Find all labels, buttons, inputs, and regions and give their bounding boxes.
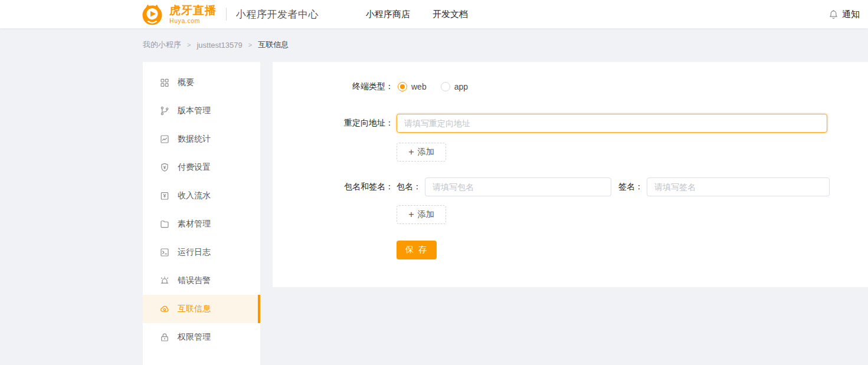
grid-icon — [159, 77, 170, 88]
package-name-input[interactable] — [425, 177, 611, 196]
income-icon — [159, 190, 170, 201]
sidebar-item-assets[interactable]: 素材管理 — [143, 210, 260, 238]
sidebar-item-label: 素材管理 — [178, 219, 211, 229]
terminal-type-radio-group: webapp — [398, 82, 468, 91]
terminal-type-label: 终端类型： — [273, 81, 394, 92]
breadcrumb: 我的小程序>justtest13579>互联信息 — [143, 36, 289, 54]
radio-unselected-icon — [441, 82, 450, 91]
sidebar-item-logs[interactable]: 运行日志 — [143, 238, 260, 267]
header-divider — [226, 8, 227, 21]
chart-icon — [159, 134, 170, 144]
lock-icon — [159, 332, 170, 343]
plus-icon: + — [408, 147, 414, 157]
page: 虎牙直播 Huya.com 小程序开发者中心 小程序商店开发文档 通知 我的小程… — [0, 0, 868, 365]
notice-label: 通知 — [842, 9, 860, 20]
alarm-icon — [159, 275, 170, 286]
redirect-label: 重定向地址： — [273, 118, 394, 129]
brand-title: 虎牙直播 — [169, 5, 217, 16]
radio-label: web — [411, 82, 427, 91]
terminal-type-row: 终端类型： webapp — [273, 79, 868, 94]
sidebar-item-income[interactable]: 收入流水 — [143, 182, 260, 210]
folder-icon — [159, 219, 170, 229]
sidebar-item-label: 运行日志 — [178, 247, 211, 258]
sidebar-item-stats[interactable]: 数据统计 — [143, 125, 260, 153]
breadcrumb-separator: > — [187, 41, 191, 48]
top-header: 虎牙直播 Huya.com 小程序开发者中心 小程序商店开发文档 通知 — [0, 0, 868, 28]
huya-tiger-icon — [140, 2, 165, 26]
terminal-radio-app[interactable]: app — [441, 82, 468, 91]
content-panel: 终端类型： webapp 重定向地址： + 添加 包名和签名： 包名： 签名： … — [273, 62, 868, 287]
radio-selected-icon — [398, 82, 407, 91]
brand-subtitle: Huya.com — [169, 18, 217, 24]
add-redirect-button[interactable]: + 添加 — [397, 143, 446, 162]
sidebar-item-payment[interactable]: 付费设置 — [143, 153, 260, 182]
sidebar-item-label: 收入流水 — [178, 190, 211, 201]
nav-item-docs[interactable]: 开发文档 — [433, 9, 468, 20]
redirect-add-row: + 添加 — [273, 143, 868, 162]
sidebar-item-version[interactable]: 版本管理 — [143, 97, 260, 125]
cloud-link-icon — [159, 304, 170, 314]
sidebar-item-alerts[interactable]: 错误告警 — [143, 267, 260, 295]
breadcrumb-item[interactable]: justtest13579 — [196, 41, 242, 50]
sidebar-item-label: 数据统计 — [178, 134, 211, 144]
package-sign-row: 包名和签名： 包名： 签名： — [273, 177, 868, 197]
breadcrumb-separator: > — [248, 41, 252, 48]
pay-shield-icon — [159, 162, 170, 173]
add-button-label: 添加 — [418, 147, 434, 157]
save-button[interactable]: 保 存 — [397, 241, 437, 259]
terminal-radio-web[interactable]: web — [398, 82, 427, 91]
redirect-row: 重定向地址： — [273, 113, 868, 133]
bell-icon — [828, 9, 839, 20]
redirect-url-input[interactable] — [397, 114, 827, 133]
add-package-button[interactable]: + 添加 — [397, 205, 446, 224]
sidebar-item-label: 付费设置 — [178, 162, 211, 173]
sidebar-item-interconnect[interactable]: 互联信息 — [143, 295, 260, 323]
branch-icon — [159, 106, 170, 116]
sign-label: 签名： — [618, 182, 643, 192]
sidebar-item-label: 版本管理 — [178, 106, 211, 116]
package-sign-label: 包名和签名： — [273, 182, 394, 192]
notifications-button[interactable]: 通知 — [828, 9, 860, 20]
sidebar-item-label: 概要 — [178, 77, 194, 88]
sidebar-item-overview[interactable]: 概要 — [143, 68, 260, 97]
add-button-label: 添加 — [418, 209, 434, 220]
signature-input[interactable] — [647, 177, 830, 196]
sidebar: 概要版本管理数据统计付费设置收入流水素材管理运行日志错误告警互联信息权限管理 — [143, 62, 260, 365]
package-label: 包名： — [397, 182, 421, 192]
plus-icon: + — [408, 210, 414, 219]
sidebar-item-label: 互联信息 — [178, 304, 211, 314]
sidebar-item-label: 错误告警 — [178, 275, 211, 286]
app-title: 小程序开发者中心 — [236, 8, 319, 21]
breadcrumb-item[interactable]: 我的小程序 — [143, 40, 181, 50]
breadcrumb-item: 互联信息 — [258, 40, 289, 50]
huya-logo[interactable]: 虎牙直播 Huya.com — [140, 2, 217, 26]
sidebar-item-label: 权限管理 — [178, 332, 211, 343]
save-row: 保 存 — [273, 241, 868, 259]
package-add-row: + 添加 — [273, 205, 868, 224]
terminal-icon — [159, 247, 170, 258]
nav-item-store[interactable]: 小程序商店 — [366, 9, 410, 20]
sidebar-item-permissions[interactable]: 权限管理 — [143, 323, 260, 351]
header-nav: 小程序商店开发文档 — [366, 9, 468, 20]
radio-label: app — [454, 82, 468, 91]
